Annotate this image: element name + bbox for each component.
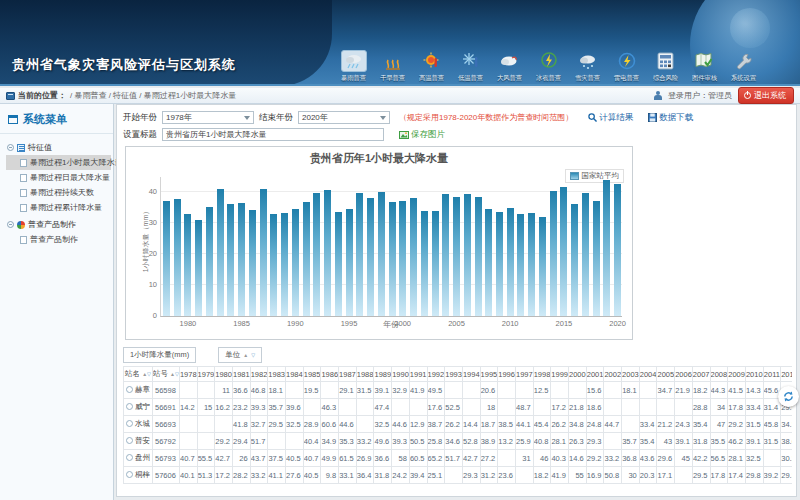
earth-highlight: [730, 8, 770, 48]
nav-item-5[interactable]: 大风普查: [490, 50, 529, 86]
value-cell: 29.3: [462, 467, 480, 484]
nav-item-4[interactable]: 低温普查: [451, 50, 490, 86]
row-expander-icon[interactable]: [126, 454, 133, 461]
tree-item[interactable]: 暴雨过程日最大降水量: [6, 170, 111, 185]
tree-group-2[interactable]: 普查产品制作: [6, 217, 111, 232]
col-header-year[interactable]: 1985: [303, 367, 321, 382]
value-cell: 50.8: [604, 467, 622, 484]
col-header-year[interactable]: 1994: [462, 367, 480, 382]
nav-item-9[interactable]: 综合风险: [646, 50, 685, 86]
refresh-button[interactable]: [778, 386, 799, 407]
col-header-year[interactable]: 2005: [657, 367, 675, 382]
col-header-year[interactable]: 1983: [268, 367, 286, 382]
col-header-year[interactable]: 2002: [604, 367, 622, 382]
col-header-year[interactable]: 1987: [339, 367, 357, 382]
col-header-station[interactable]: 站名 ▲▽: [124, 367, 153, 382]
nav-item-8[interactable]: 雷电普查: [607, 50, 646, 86]
value-cell: 29.3: [781, 467, 792, 484]
tree-group-1[interactable]: 特征值: [6, 140, 111, 155]
value-cell: 46.8: [250, 382, 268, 399]
nav-item-6[interactable]: 冰雹普查: [529, 50, 568, 86]
tree-item[interactable]: 暴雨过程1小时最大降水量: [6, 155, 111, 170]
col-header-station-id[interactable]: 站号 ▲▽: [153, 367, 180, 382]
col-header-year[interactable]: 2012: [781, 367, 792, 382]
nav-item-3[interactable]: 高温普查: [412, 50, 451, 86]
sort-asc-icon[interactable]: ▲: [243, 352, 248, 358]
sort-desc-icon[interactable]: ▽: [175, 371, 179, 377]
col-header-year[interactable]: 2000: [569, 367, 587, 382]
col-header-year[interactable]: 1996: [498, 367, 516, 382]
collapse-icon[interactable]: [7, 221, 14, 228]
nav-item-11[interactable]: 系统设置: [724, 50, 763, 86]
chart-title-input[interactable]: [162, 128, 384, 141]
save-image-link[interactable]: 保存图片: [399, 129, 445, 141]
col-header-year[interactable]: 1990: [392, 367, 410, 382]
value-cell: 41.5: [728, 382, 746, 399]
col-header-year[interactable]: 1979: [197, 367, 215, 382]
row-expander-icon[interactable]: [126, 386, 133, 393]
nav-label: 低温普查: [453, 74, 488, 83]
col-header-year[interactable]: 2008: [710, 367, 728, 382]
data-download-link[interactable]: 数据下载: [648, 112, 693, 124]
value-cell: 17.2: [551, 399, 569, 416]
start-year-select[interactable]: 1978年: [162, 111, 254, 124]
collapse-icon[interactable]: [7, 144, 14, 151]
end-year-select[interactable]: 2020年: [298, 111, 390, 124]
value-cell: 47: [710, 416, 728, 433]
col-header-year[interactable]: 1995: [480, 367, 498, 382]
nav-item-7[interactable]: 雪灾普查: [568, 50, 607, 86]
nav-item-2[interactable]: 干旱普查: [373, 50, 412, 86]
sort-desc-icon[interactable]: ▽: [147, 371, 151, 377]
col-header-year[interactable]: 2001: [586, 367, 604, 382]
row-expander-icon[interactable]: [126, 420, 133, 427]
col-header-year[interactable]: 2004: [639, 367, 657, 382]
value-cell: 36.4: [356, 467, 374, 484]
calc-result-link[interactable]: 计算结果: [588, 112, 633, 124]
col-header-year[interactable]: 1992: [427, 367, 445, 382]
col-header-year[interactable]: 1999: [551, 367, 569, 382]
col-header-year[interactable]: 2011: [763, 367, 781, 382]
row-expander-icon[interactable]: [126, 437, 133, 444]
col-header-year[interactable]: 1997: [515, 367, 533, 382]
nav-label: 冰雹普查: [531, 74, 566, 83]
col-header-year[interactable]: 1980: [215, 367, 233, 382]
col-header-year[interactable]: 1991: [409, 367, 427, 382]
col-header-year[interactable]: 2006: [675, 367, 693, 382]
nav-item-10[interactable]: 图件审核: [685, 50, 724, 86]
nav-label: 系统设置: [726, 74, 761, 83]
rainstorm-icon: [341, 50, 367, 72]
value-cell: [268, 433, 286, 450]
col-header-year[interactable]: 1989: [374, 367, 392, 382]
sort-desc-icon[interactable]: ▽: [251, 352, 255, 358]
value-cell: 28.9: [303, 416, 321, 433]
row-expander-icon[interactable]: [126, 403, 133, 410]
value-cell: 38.6: [781, 433, 792, 450]
tree-item[interactable]: 暴雨过程持续天数: [6, 185, 111, 200]
station-table-wrap[interactable]: 站名 ▲▽站号 ▲▽197819791980198119821983198419…: [123, 366, 792, 484]
col-header-year[interactable]: 1982: [250, 367, 268, 382]
col-header-year[interactable]: 2007: [692, 367, 710, 382]
col-header-year[interactable]: 1988: [356, 367, 374, 382]
nav-item-1[interactable]: 暴雨普查: [334, 50, 373, 86]
col-header-year[interactable]: 1998: [533, 367, 551, 382]
tree-item[interactable]: 普查产品制作: [6, 232, 111, 247]
row-expander-icon[interactable]: [126, 471, 133, 478]
col-header-year[interactable]: 1981: [232, 367, 250, 382]
value-cell: 21.8: [569, 399, 587, 416]
col-header-year[interactable]: 2003: [622, 367, 640, 382]
unit-selector[interactable]: 单位 ▲ ▽: [218, 347, 262, 363]
value-cell: 15.6: [586, 382, 604, 399]
col-header-year[interactable]: 1978: [179, 367, 197, 382]
col-header-year[interactable]: 1984: [286, 367, 304, 382]
value-cell: 17.8: [710, 467, 728, 484]
logout-button[interactable]: 退出系统: [738, 87, 794, 104]
col-header-year[interactable]: 2009: [728, 367, 746, 382]
tree-item[interactable]: 暴雨过程累计降水量: [6, 200, 111, 215]
col-header-year[interactable]: 1993: [445, 367, 463, 382]
value-cell: 42.2: [692, 450, 710, 467]
value-cell: 46.3: [321, 399, 339, 416]
col-header-year[interactable]: 2010: [745, 367, 763, 382]
col-header-year[interactable]: 1986: [321, 367, 339, 382]
value-cell: 56.5: [710, 450, 728, 467]
measure-selector[interactable]: 1小时降水量(mm): [123, 347, 196, 363]
